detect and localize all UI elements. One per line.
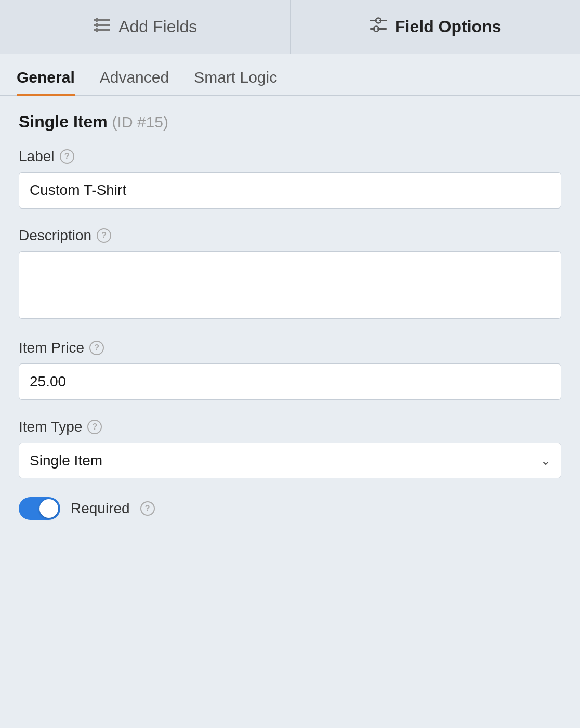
field-options-icon bbox=[369, 16, 388, 38]
required-help-icon[interactable]: ? bbox=[140, 501, 155, 516]
required-row: Required ? bbox=[19, 497, 561, 520]
add-fields-label: Add Fields bbox=[118, 17, 197, 36]
item-type-select[interactable]: Single Item Multiple Items Fixed bbox=[19, 443, 561, 478]
description-field-group: Description ? bbox=[19, 227, 561, 321]
description-help-icon[interactable]: ? bbox=[97, 228, 111, 243]
svg-rect-4 bbox=[96, 23, 98, 27]
item-price-field-group: Item Price ? bbox=[19, 340, 561, 400]
label-input[interactable] bbox=[19, 172, 561, 209]
toggle-thumb bbox=[39, 499, 58, 518]
svg-rect-5 bbox=[96, 28, 98, 32]
tab-smart-logic[interactable]: Smart Logic bbox=[194, 69, 277, 96]
field-options-tab[interactable]: Field Options bbox=[291, 0, 581, 54]
add-fields-tab[interactable]: Add Fields bbox=[0, 0, 291, 54]
item-type-help-icon[interactable]: ? bbox=[87, 420, 102, 434]
svg-rect-3 bbox=[96, 18, 98, 22]
item-type-field-group: Item Type ? Single Item Multiple Items F… bbox=[19, 419, 561, 478]
field-title: Single Item (ID #15) bbox=[19, 112, 561, 132]
label-field-group: Label ? bbox=[19, 148, 561, 209]
description-textarea[interactable] bbox=[19, 251, 561, 319]
field-options-label: Field Options bbox=[395, 17, 501, 36]
item-type-select-wrapper: Single Item Multiple Items Fixed ⌄ bbox=[19, 443, 561, 478]
item-price-field-label: Item Price ? bbox=[19, 340, 561, 356]
label-help-icon[interactable]: ? bbox=[60, 149, 74, 164]
required-toggle[interactable] bbox=[19, 497, 60, 520]
field-title-name: Single Item bbox=[19, 112, 108, 131]
toggle-track bbox=[19, 497, 60, 520]
tab-advanced[interactable]: Advanced bbox=[100, 69, 169, 96]
add-fields-icon bbox=[93, 16, 111, 38]
tab-general[interactable]: General bbox=[17, 69, 75, 96]
item-price-input[interactable] bbox=[19, 363, 561, 400]
description-field-label: Description ? bbox=[19, 227, 561, 244]
required-label: Required bbox=[71, 500, 130, 517]
field-options-content: Single Item (ID #15) Label ? Description… bbox=[0, 96, 580, 537]
svg-rect-9 bbox=[370, 28, 375, 30]
field-id: (ID #15) bbox=[112, 113, 168, 131]
item-price-help-icon[interactable]: ? bbox=[89, 341, 104, 355]
label-field-label: Label ? bbox=[19, 148, 561, 165]
top-bar: Add Fields Field Options bbox=[0, 0, 580, 54]
item-type-field-label: Item Type ? bbox=[19, 419, 561, 435]
tabs-row: General Advanced Smart Logic bbox=[0, 54, 580, 96]
